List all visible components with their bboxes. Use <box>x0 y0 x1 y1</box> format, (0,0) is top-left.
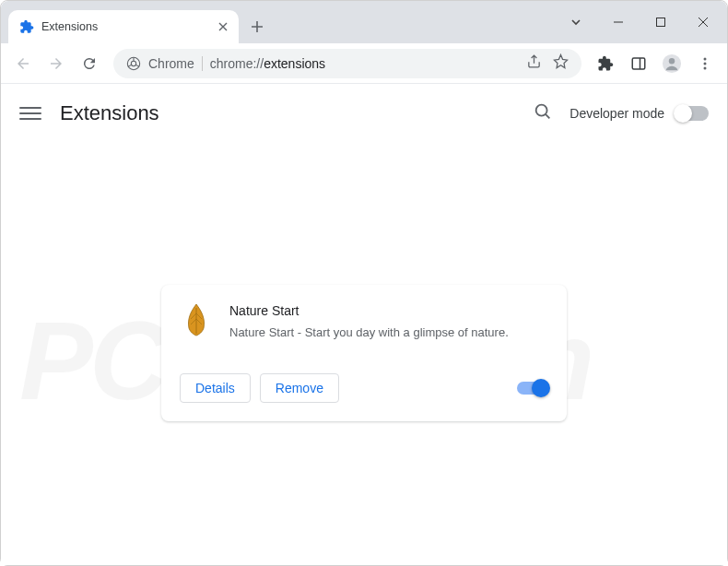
svg-rect-3 <box>632 58 645 69</box>
address-bar[interactable]: Chrome chrome://extensions <box>113 49 581 78</box>
new-tab-button[interactable] <box>244 14 270 40</box>
remove-button[interactable]: Remove <box>260 373 339 403</box>
extension-name: Nature Start <box>229 303 548 318</box>
svg-point-6 <box>669 58 675 64</box>
chip-divider <box>202 56 203 71</box>
svg-point-7 <box>704 57 707 60</box>
svg-point-10 <box>536 105 547 116</box>
browser-tab[interactable]: Extensions <box>8 10 239 43</box>
extension-card: Nature Start Nature Start - Start you da… <box>161 285 567 421</box>
svg-point-9 <box>704 66 707 69</box>
page-header: Extensions Developer mode <box>1 84 727 143</box>
bookmark-icon[interactable] <box>553 53 569 73</box>
close-window-button[interactable] <box>683 6 723 38</box>
reload-button[interactable] <box>75 49 104 78</box>
svg-rect-0 <box>657 18 665 27</box>
minimize-button[interactable] <box>598 6 639 38</box>
back-button[interactable] <box>8 49 38 78</box>
hamburger-menu-icon[interactable] <box>19 107 41 120</box>
profile-icon[interactable] <box>657 49 687 78</box>
svg-point-8 <box>704 62 707 65</box>
share-icon[interactable] <box>526 53 542 73</box>
extension-enable-toggle[interactable] <box>517 382 548 395</box>
page-title: Extensions <box>60 101 159 125</box>
side-panel-icon[interactable] <box>624 49 653 78</box>
tab-title: Extensions <box>41 20 211 33</box>
chrome-icon <box>126 56 141 71</box>
url-text: chrome://extensions <box>210 56 325 71</box>
site-chip: Chrome <box>126 56 203 71</box>
extensions-icon <box>19 19 34 34</box>
window-titlebar: Extensions <box>1 1 727 43</box>
developer-mode-toggle[interactable]: Developer mode <box>569 106 709 121</box>
close-tab-icon[interactable] <box>218 19 228 34</box>
extensions-toolbar-icon[interactable] <box>591 49 620 78</box>
search-icon[interactable] <box>533 101 553 125</box>
tab-search-button[interactable] <box>556 6 596 38</box>
leaf-icon <box>180 303 213 336</box>
details-button[interactable]: Details <box>180 373 251 403</box>
toggle-switch-off[interactable] <box>675 106 709 121</box>
browser-toolbar: Chrome chrome://extensions <box>1 43 727 84</box>
chip-label: Chrome <box>148 56 194 71</box>
developer-mode-label: Developer mode <box>569 106 664 121</box>
extension-description: Nature Start - Start you day with a glim… <box>229 324 548 342</box>
menu-icon[interactable] <box>690 49 720 78</box>
svg-line-11 <box>546 114 549 118</box>
svg-point-2 <box>131 61 135 65</box>
maximize-button[interactable] <box>640 6 681 38</box>
page-content: PCrisk.com Nature Start Nature Start - S… <box>1 143 727 565</box>
forward-button[interactable] <box>41 49 71 78</box>
